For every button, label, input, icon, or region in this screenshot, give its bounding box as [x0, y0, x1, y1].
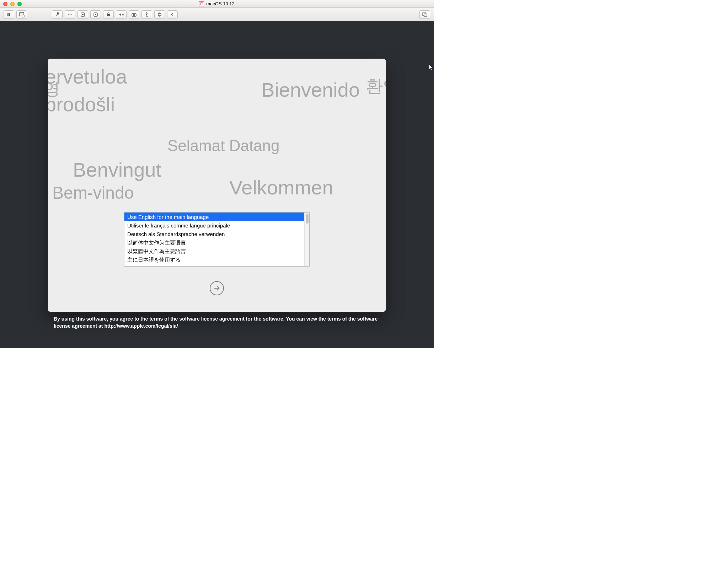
- close-button[interactable]: [3, 2, 7, 6]
- svg-point-13: [146, 12, 147, 12]
- language-option[interactable]: Deutsch als Standardsprache verwenden: [124, 230, 304, 238]
- camera-button[interactable]: [129, 10, 139, 19]
- language-option[interactable]: 以简体中文作为主要语言: [124, 238, 304, 247]
- welcome-word: brodošli: [48, 93, 115, 116]
- continue-button[interactable]: [210, 281, 224, 295]
- language-list-items: Use English for the main languageUtilise…: [124, 213, 304, 266]
- usb-icon: [144, 12, 150, 17]
- wrench-icon: [54, 12, 60, 17]
- pause-icon: [6, 12, 12, 17]
- collapse-toolbar-button[interactable]: [167, 10, 178, 19]
- language-option[interactable]: 主に日本語を使用する: [124, 255, 304, 264]
- minimize-button[interactable]: [10, 2, 15, 6]
- encryption-button[interactable]: [103, 10, 114, 19]
- svg-rect-15: [424, 14, 427, 16]
- vm-document-icon: [199, 1, 204, 6]
- language-scrollbar-thumb[interactable]: [306, 214, 309, 224]
- network-icon: ‹··›: [67, 12, 73, 17]
- sharing-button[interactable]: [154, 10, 165, 19]
- language-option[interactable]: 以繁體中文作為主要語言: [124, 247, 304, 255]
- welcome-word: Bem-vindo: [52, 183, 134, 203]
- hdd-icon: [80, 12, 86, 17]
- language-option[interactable]: Utiliser le français comme langue princi…: [124, 221, 304, 230]
- hdd-icon: [93, 12, 98, 17]
- pause-button[interactable]: [4, 10, 14, 19]
- language-listbox[interactable]: Use English for the main languageUtilise…: [124, 212, 310, 267]
- svg-point-8: [95, 14, 96, 15]
- welcome-word: 환영: [366, 75, 386, 98]
- language-scrollbar[interactable]: [304, 213, 309, 266]
- share-icon: [157, 12, 162, 17]
- traffic-lights: [3, 2, 22, 6]
- snapshot-button[interactable]: [16, 10, 27, 19]
- titlebar: macOS 10.12: [0, 0, 434, 8]
- network-button[interactable]: ‹··›: [65, 10, 75, 19]
- toolbar: ‹··›: [0, 8, 434, 21]
- arrow-right-icon: [213, 284, 221, 292]
- window-title-text: macOS 10.12: [206, 1, 235, 6]
- window-title: macOS 10.12: [0, 1, 434, 6]
- camera-icon: [131, 12, 137, 17]
- welcome-word: Selamat Datang: [167, 137, 280, 155]
- hdd2-button[interactable]: [90, 10, 101, 19]
- chevron-left-icon: [170, 12, 175, 17]
- svg-point-3: [22, 15, 24, 17]
- license-agreement-text: By using this software, you agree to the…: [54, 315, 380, 330]
- hdd1-button[interactable]: [77, 10, 88, 19]
- svg-point-6: [82, 14, 84, 15]
- svg-rect-9: [107, 14, 110, 16]
- language-option[interactable]: Usar español como idioma principal: [124, 264, 304, 266]
- svg-text:‹··›: ‹··›: [68, 13, 72, 16]
- zoom-button[interactable]: [17, 2, 22, 6]
- viewmode-icon: [422, 12, 428, 17]
- svg-rect-1: [9, 13, 10, 16]
- lock-icon: [106, 12, 111, 17]
- svg-point-11: [133, 14, 135, 16]
- svg-rect-12: [133, 13, 134, 14]
- settings-button[interactable]: [52, 10, 63, 19]
- usb-button[interactable]: [141, 10, 152, 19]
- welcome-word: Bienvenido: [261, 78, 360, 101]
- welcome-word: Benvingut: [73, 158, 161, 181]
- mouse-cursor-icon: [429, 64, 434, 71]
- welcome-word: Velkommen: [229, 176, 333, 199]
- svg-rect-0: [7, 13, 9, 16]
- vm-host-window: macOS 10.12 ‹··›: [0, 0, 434, 348]
- sound-icon: [118, 12, 124, 17]
- setup-assistant-window: ervetuloa영brodošliBienvenido환영Selamat Da…: [48, 59, 386, 312]
- view-mode-button[interactable]: [419, 10, 430, 19]
- snapshot-icon: [19, 12, 25, 17]
- language-option[interactable]: Use English for the main language: [124, 213, 304, 221]
- guest-screen: ervetuloa영brodošliBienvenido환영Selamat Da…: [0, 21, 434, 348]
- sound-button[interactable]: [116, 10, 127, 19]
